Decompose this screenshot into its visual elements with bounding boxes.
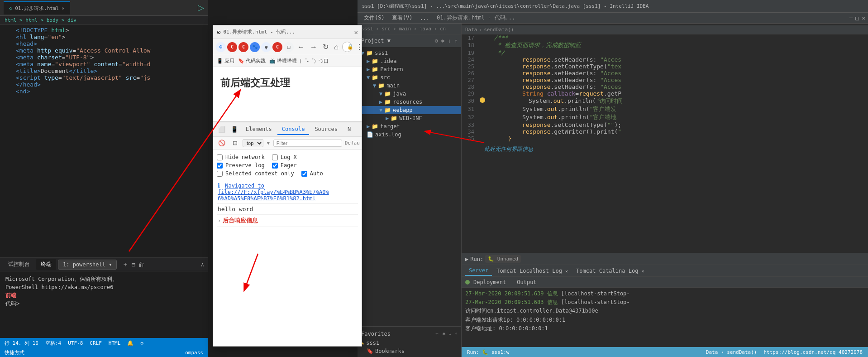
run-button[interactable]: ▷ [198,3,204,13]
browser-close-btn[interactable]: ✕ [354,29,358,36]
info-icon: ℹ [218,182,220,189]
folder-icon-filled: 📁 [372,66,378,72]
devtools-options: Hide network Log X Preserve log Eager [217,152,358,180]
preserve-log-checkbox[interactable] [217,163,223,169]
tab-close[interactable]: × [62,5,65,11]
preserve-log-option[interactable]: Preserve log [217,162,265,169]
tree-item-main[interactable]: ▼ 📁 main [358,82,461,90]
tree-item-target[interactable]: ▶ 📁 target [358,122,461,130]
favorites-item-sss1[interactable]: ★ sss1 [358,339,461,347]
idea-code-line-24: 24 response.setHeader(s: "Acces [462,56,868,63]
filter-arrow-icon: ▾ [266,139,271,147]
hide-network-checkbox[interactable] [217,154,223,160]
code-line: <meta http-equiv="Access-Control-Allow [0,47,208,54]
selected-context-option[interactable]: Selected context only [217,170,294,177]
devtools-tab-network[interactable]: N [343,124,355,135]
tab-console[interactable]: 试控制台 [4,259,34,270]
tree-item-java[interactable]: ▼ 📁 java [358,90,461,98]
ext-icon-4[interactable]: 🐾 [250,42,260,52]
log-x-checkbox[interactable] [272,154,278,160]
menu-view[interactable]: 查看(V) [388,13,416,23]
idea-run-tabs: Server Tomcat Localhost Log ✕ Tomcat Cat… [462,265,868,277]
folder-icon-filled: 📁 [372,58,378,64]
folder-icon-filled: 📁 [391,115,397,121]
hide-network-option[interactable]: Hide network [217,154,265,160]
auto-checkbox[interactable] [301,171,307,177]
run-tab-server[interactable]: Server [465,266,492,276]
browser-panel: ⊙ 01.异步请求.html - 代码... ✕ ⊙ C C 🐾 ψ C □ ←… [213,25,362,347]
bookmark-bilibili[interactable]: 📺 哔哩哔哩（゜-゜）つ口 [269,58,329,64]
options-row3: Selected context only Auto [217,170,358,178]
context-select[interactable]: top [243,139,263,147]
tree-item-src[interactable]: ▼ 📁 src [358,73,461,82]
compass-label: ompass [185,350,203,356]
menu-file[interactable]: 文件(S) [360,13,388,23]
window-controls: ─ □ ✕ [849,14,865,21]
bookmarks-item[interactable]: 🔖 Bookmarks [358,347,461,355]
clear-console-btn[interactable]: 🚫 [216,138,228,148]
idea-code-area[interactable]: Data › sendData() 17 /*** 18 * 检查页面请求，完成… [462,24,868,253]
devtools-tab-sources[interactable]: Sources [310,124,342,135]
tree-item-idea[interactable]: ▶ 📁 .idea [358,57,461,65]
tab-terminal[interactable]: 终端 [36,259,56,270]
maximize-btn[interactable]: □ [855,14,859,21]
terminal-line: 代码> [5,299,202,308]
selected-context-checkbox[interactable] [217,171,223,177]
tree-item-webinf[interactable]: ▶ 📁 WEB-INF [358,114,461,122]
close-window-btn[interactable]: ✕ [862,14,865,21]
reload-button[interactable]: ↻ [321,42,330,52]
devtools-inspect-btn[interactable]: ⬜ [216,125,228,134]
tree-item-pattern[interactable]: ▶ 📁 Pattern [358,65,461,73]
home-button[interactable]: ⌂ [332,42,340,52]
ext-icon-1[interactable]: ⊙ [216,42,226,52]
tree-item-axislog[interactable]: 📄 axis.log [358,130,461,139]
bookmark-icon: 🔖 [367,348,373,354]
log-x-option[interactable]: Log X [272,154,297,160]
tree-item-webapp[interactable]: ▼ 📁 webapp [358,106,461,114]
add-terminal-icon[interactable]: ＋ [122,261,129,269]
run-tab-localhost-log[interactable]: Tomcat Localhost Log ✕ [493,266,572,275]
split-terminal-icon[interactable]: ⊟ [131,261,135,268]
bookmark-apps[interactable]: 📱 应用 [217,58,234,64]
line-ending: CRLF [90,340,102,346]
console-filter-input[interactable] [273,140,342,147]
idea-code-line-32: 32 System.out.println("客户端地 [462,113,868,121]
menu-more[interactable]: ... [416,14,433,22]
tree-item-sss1[interactable]: ▼ 📁 sss1 [358,49,461,57]
bookmark-code[interactable]: 🔖 代码实践 [238,58,266,64]
ext-icon-6[interactable]: C [272,42,282,52]
filter-toggle-btn[interactable]: ⊡ [230,138,240,148]
delete-terminal-icon[interactable]: 🗑 [138,261,144,268]
tree-item-resources[interactable]: ▶ 📁 resources [358,98,461,106]
folder-icon-filled: 📁 [384,99,391,105]
minimize-btn[interactable]: ─ [849,14,853,21]
eager-option[interactable]: Eager [272,162,297,169]
ext-icon-3[interactable]: C [238,42,248,52]
devtools-tab-console[interactable]: Console [277,124,310,135]
code-line: <meta charset="UTF-8"> [0,54,208,61]
devtools-tab-elements[interactable]: Elements [241,124,277,135]
address-bar[interactable]: 🔒 file:///F:/xfplay/代码... [342,42,352,52]
devtools-device-btn[interactable]: 📱 [229,125,240,134]
idea-project-tree[interactable]: ▼ 📁 sss1 ▶ 📁 .idea ▶ 📁 Pattern ▼ 📁 [358,47,461,326]
ext-icon-2[interactable]: C [227,42,237,52]
ext-icon-5[interactable]: ψ [261,42,271,52]
auto-option[interactable]: Auto [301,170,323,177]
more-options-button[interactable]: ⋮ [354,42,365,52]
panel-chevron-icon[interactable]: ∧ [201,261,204,268]
back-button[interactable]: ← [296,42,306,52]
powershell-label[interactable]: 1: powershell ▾ [58,260,117,270]
folder-icon-filled: 📁 [384,107,391,113]
tree-label: java [393,91,406,97]
forward-button[interactable]: → [308,42,319,52]
devtools-filter-bar: 🚫 ⊡ top ▾ Defau [213,137,362,150]
close-tab-icon[interactable]: ✕ [565,269,568,274]
quick-launch: 快捷方式 [5,349,24,356]
run-tab-catalina-log[interactable]: Tomcat Catalina Log ✕ [572,266,648,275]
code-area[interactable]: <!DOCTYPE html> <hl lang="en"> <head> <m… [0,25,208,257]
eager-checkbox[interactable] [272,163,278,169]
close-tab-icon2[interactable]: ✕ [642,269,644,274]
editor-tab-html[interactable]: ◇ 01.异步请求.html × [4,1,70,14]
devtools-panel: ⬜ 📱 Elements Console Sources N 🚫 ⊡ top ▾… [213,121,362,346]
ext-icon-7[interactable]: □ [284,42,294,52]
